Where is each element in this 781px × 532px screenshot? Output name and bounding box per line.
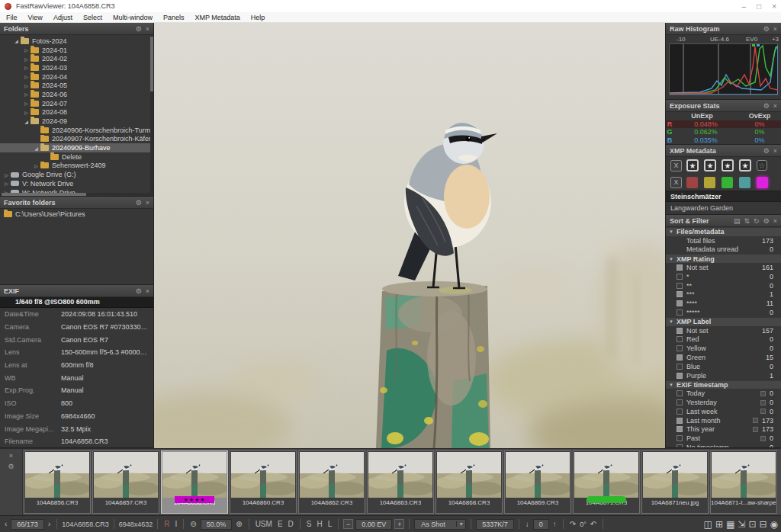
favorite-folder-item[interactable]: C:\Users\User\Pictures bbox=[0, 209, 153, 219]
tree-expand-icon[interactable]: ▷ bbox=[23, 47, 30, 53]
filter-invert-checkbox[interactable] bbox=[760, 436, 766, 441]
rotate-ccw-button[interactable]: ↶ bbox=[589, 520, 598, 528]
tree-expand-icon[interactable]: ▷ bbox=[23, 110, 30, 115]
close-icon[interactable]: × bbox=[146, 287, 149, 295]
folder-tree-item[interactable]: ▷2024-06 bbox=[0, 90, 153, 99]
thumbnail[interactable]: 104A6862.CR3 bbox=[298, 450, 365, 514]
filter-section-header[interactable]: ▼Files/metadata bbox=[666, 227, 781, 236]
thumbnail[interactable]: 104A6860.CR3 bbox=[230, 450, 297, 514]
layout-thumbnails-icon[interactable]: ▦ bbox=[726, 519, 734, 530]
filter-row[interactable]: No timestamp0 bbox=[666, 443, 781, 447]
filter-checkbox[interactable] bbox=[677, 345, 683, 351]
label-color-swatch[interactable] bbox=[686, 177, 698, 188]
filter-checkbox[interactable] bbox=[677, 426, 683, 432]
raw-mode-button[interactable]: R bbox=[162, 520, 171, 528]
folder-tree-item[interactable]: ▷2024-02 bbox=[0, 54, 153, 63]
filter-row[interactable]: Yellow0 bbox=[666, 344, 781, 353]
label-color-swatch[interactable] bbox=[757, 177, 768, 188]
close-button[interactable]: × bbox=[772, 2, 776, 11]
tree-expand-icon[interactable]: ▷ bbox=[23, 65, 30, 70]
refresh-icon[interactable]: ↻ bbox=[754, 217, 760, 225]
minimize-button[interactable]: – bbox=[742, 2, 747, 11]
menu-file[interactable]: File bbox=[6, 14, 18, 21]
menu-panels[interactable]: Panels bbox=[163, 14, 185, 21]
gear-icon[interactable]: ⚙ bbox=[8, 463, 14, 470]
thumbnail[interactable]: 104A6868.CR3 bbox=[435, 450, 503, 514]
filter-row[interactable]: *0 bbox=[666, 272, 781, 281]
folder-tree-item[interactable]: ▷2024-01 bbox=[0, 46, 153, 55]
filter-row[interactable]: This year173 bbox=[666, 425, 781, 434]
thumbnail[interactable]: 104A6869.CR3 bbox=[504, 450, 571, 514]
gear-icon[interactable]: ⚙ bbox=[763, 147, 770, 155]
filter-checkbox[interactable] bbox=[677, 399, 683, 405]
gear-icon[interactable]: ⚙ bbox=[763, 217, 770, 225]
info-button[interactable]: I bbox=[174, 520, 179, 528]
gear-icon[interactable]: ⚙ bbox=[136, 287, 142, 295]
filter-row[interactable]: Green15 bbox=[666, 353, 781, 362]
white-balance-select[interactable]: As Shot▼ bbox=[414, 519, 466, 530]
folder-tree-item[interactable]: ▷2024-07 bbox=[0, 99, 153, 108]
close-icon[interactable]: × bbox=[773, 147, 777, 155]
label-color-swatch[interactable] bbox=[722, 177, 733, 188]
folder-tree-item[interactable]: ▷2024-08 bbox=[0, 108, 153, 117]
close-icon[interactable]: × bbox=[9, 452, 13, 460]
prev-image-button[interactable]: ‹ bbox=[3, 520, 8, 528]
close-icon[interactable]: × bbox=[146, 25, 149, 33]
folder-tree-item[interactable]: ▷Sehenswert-2409 bbox=[0, 162, 153, 171]
close-icon[interactable]: × bbox=[773, 25, 777, 33]
folder-tree-item[interactable]: ▷Google Drive (G:) bbox=[0, 170, 153, 179]
xmp-description-field[interactable]: Langwarden Garden bbox=[666, 202, 781, 214]
folder-tree-item[interactable]: ◢Fotos-2024 bbox=[0, 37, 153, 46]
main-image-view[interactable] bbox=[154, 23, 665, 448]
filter-row[interactable]: Red0 bbox=[666, 335, 781, 345]
gear-icon[interactable]: ⚙ bbox=[763, 102, 770, 110]
label-color-swatch[interactable] bbox=[704, 177, 715, 188]
clear-label-button[interactable]: X bbox=[670, 177, 682, 188]
folder-tree-item[interactable]: Delete bbox=[0, 152, 153, 162]
filter-row[interactable]: Past0 bbox=[666, 434, 781, 443]
filter-row[interactable]: ***1 bbox=[666, 290, 781, 300]
lights-button[interactable]: L bbox=[326, 520, 334, 528]
filter-checkbox[interactable] bbox=[677, 409, 683, 415]
filter-section-header[interactable]: ▼EXIF timestamp bbox=[666, 380, 781, 389]
filter-checkbox[interactable] bbox=[677, 354, 683, 361]
filter-checkbox[interactable] bbox=[677, 435, 683, 441]
filter-row[interactable]: Not set161 bbox=[666, 263, 781, 272]
filter-invert-checkbox[interactable] bbox=[753, 418, 758, 423]
menu-adjust[interactable]: Adjust bbox=[53, 14, 72, 21]
file-icon[interactable]: ▤ bbox=[734, 217, 741, 225]
filter-row[interactable]: Today0 bbox=[666, 389, 781, 398]
filter-checkbox[interactable] bbox=[677, 364, 683, 370]
thumbnail[interactable]: 104A6871.CR3 bbox=[573, 450, 640, 514]
menu-help[interactable]: Help bbox=[251, 14, 265, 21]
star-rating-button[interactable]: ★ bbox=[686, 159, 699, 171]
filter-checkbox[interactable] bbox=[677, 283, 683, 289]
menu-multi-window[interactable]: Multi-window bbox=[113, 14, 153, 21]
close-icon[interactable]: × bbox=[773, 217, 777, 225]
filter-checkbox[interactable] bbox=[677, 328, 683, 334]
folder-tree-item[interactable]: 20240907-Korschenbroich-Käfer bbox=[0, 135, 153, 144]
tree-expand-icon[interactable]: ▷ bbox=[3, 181, 10, 186]
layout-single-icon[interactable]: ◫ bbox=[704, 519, 712, 530]
thumbnail[interactable]: ★★★★104A6858.CR3 bbox=[161, 450, 228, 514]
tree-expand-icon[interactable]: ▷ bbox=[33, 163, 40, 168]
filter-checkbox[interactable] bbox=[677, 309, 683, 316]
filter-checkbox[interactable] bbox=[677, 291, 683, 297]
thumbnail[interactable]: 104A6856.CR3 bbox=[24, 450, 91, 514]
filter-row[interactable]: Last week0 bbox=[666, 407, 781, 416]
filter-checkbox[interactable] bbox=[677, 300, 683, 306]
rotate-cw-button[interactable]: ↷ bbox=[568, 520, 577, 528]
folders-vertical-scrollbar[interactable] bbox=[150, 35, 153, 196]
settings-icon[interactable]: ◉ bbox=[770, 519, 778, 530]
clear-rating-button[interactable]: X bbox=[670, 160, 682, 171]
folder-tree-item[interactable]: ▷2024-04 bbox=[0, 72, 153, 82]
rating-up-button[interactable]: ↑ bbox=[551, 520, 558, 528]
zoom-in-button[interactable]: ⊕ bbox=[234, 520, 243, 528]
layout-2x2-icon[interactable]: ⊞ bbox=[715, 519, 723, 530]
tree-expand-icon[interactable]: ▷ bbox=[3, 172, 10, 178]
menu-xmp-metadata[interactable]: XMP Metadata bbox=[194, 14, 239, 21]
tree-expand-icon[interactable]: ◢ bbox=[33, 146, 40, 151]
star-rating-button[interactable]: ★ bbox=[739, 159, 751, 171]
rating-down-button[interactable]: ↓ bbox=[524, 520, 531, 528]
filter-row[interactable]: ****11 bbox=[666, 299, 781, 308]
